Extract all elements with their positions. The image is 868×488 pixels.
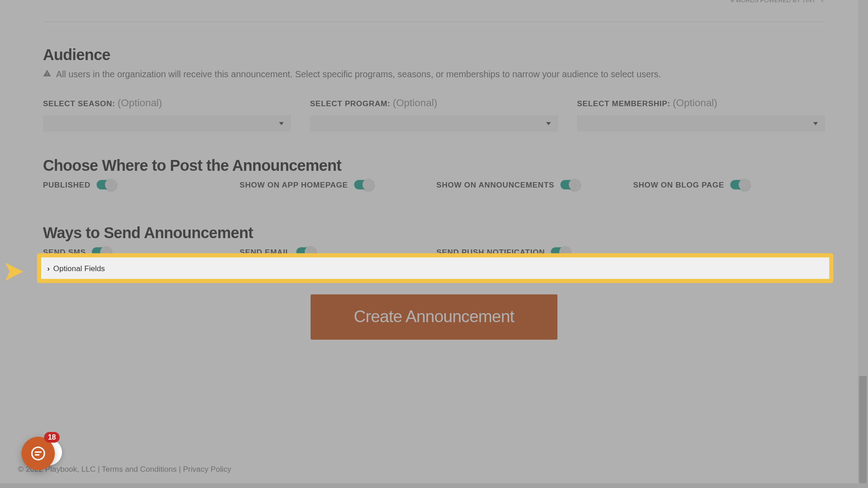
audience-title: Audience [43, 46, 825, 65]
terms-link[interactable]: Terms and Conditions [102, 465, 177, 474]
chevron-down-icon [546, 122, 551, 125]
editor-wordcount: 4 WORDS POWERED BY TINY [731, 0, 816, 4]
privacy-link[interactable]: Privacy Policy [183, 465, 231, 474]
announcements-label: SHOW ON ANNOUNCEMENTS [436, 180, 554, 189]
blog-toggle[interactable] [730, 180, 750, 189]
svg-point-0 [32, 447, 45, 460]
announcements-toggle[interactable] [560, 180, 580, 189]
callout-arrow-icon [2, 257, 32, 286]
program-select[interactable] [310, 115, 558, 132]
membership-select[interactable] [577, 115, 826, 132]
season-select[interactable] [43, 115, 291, 132]
season-label: SELECT SEASON: (Optional) [43, 97, 291, 109]
published-toggle[interactable] [96, 180, 117, 189]
warning-icon [43, 69, 51, 79]
post-title: Choose Where to Post the Announcement [43, 157, 825, 175]
chevron-down-icon [279, 122, 284, 125]
divider [43, 21, 825, 22]
optional-fields-expander[interactable]: › Optional Fields [41, 258, 829, 279]
chat-badge: 18 [44, 432, 60, 443]
audience-info: All users in the organization will recei… [56, 69, 661, 79]
chevron-down-icon [813, 122, 818, 125]
program-label: SELECT PROGRAM: (Optional) [310, 97, 558, 109]
bottom-divider [0, 483, 868, 488]
chevron-right-icon: › [47, 264, 50, 273]
optional-fields-highlight: › Optional Fields [37, 253, 834, 283]
homepage-toggle[interactable] [354, 180, 374, 189]
scrollbar-thumb[interactable] [859, 376, 867, 483]
create-announcement-button[interactable]: Create Announcement [311, 294, 557, 339]
chat-button[interactable]: 18 [21, 437, 55, 470]
membership-label: SELECT MEMBERSHIP: (Optional) [577, 97, 826, 109]
published-label: PUBLISHED [43, 180, 90, 189]
footer: © 2022 Playbook, LLC | Terms and Conditi… [18, 465, 231, 474]
resize-icon[interactable]: ⤡ [819, 0, 824, 4]
scrollbar[interactable] [858, 0, 868, 483]
homepage-label: SHOW ON APP HOMEPAGE [240, 180, 348, 189]
blog-label: SHOW ON BLOG PAGE [633, 180, 724, 189]
optional-fields-label: Optional Fields [53, 264, 105, 273]
send-title: Ways to Send Announcement [43, 224, 825, 243]
